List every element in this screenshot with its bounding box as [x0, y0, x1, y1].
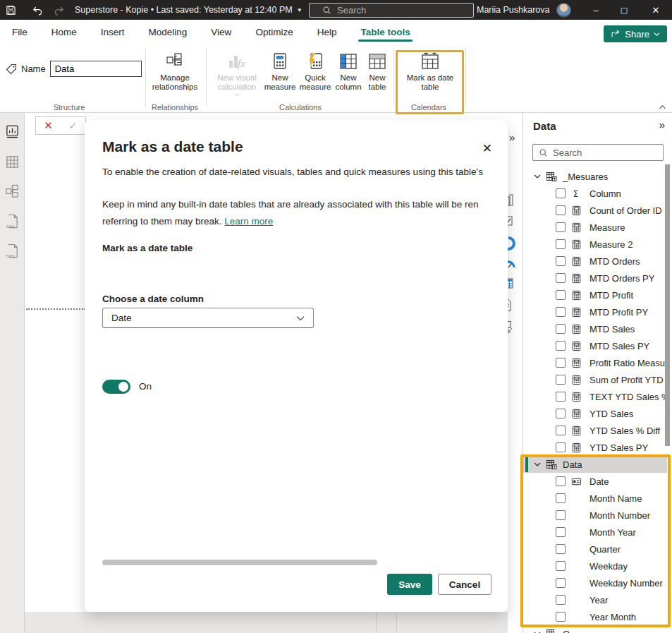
menu-modeling[interactable]: Modeling — [137, 20, 200, 44]
field-row-month-year[interactable]: Month Year — [523, 524, 667, 541]
table-row-data[interactable]: Data — [523, 456, 667, 473]
save-icon[interactable] — [0, 0, 21, 20]
field-row-ytd-sales[interactable]: YTD Sales — [523, 405, 667, 422]
dax-query-view-icon[interactable]: DAX — [0, 209, 25, 236]
field-row-weekday-number[interactable]: Weekday Number — [523, 574, 667, 591]
cancel-button[interactable]: Cancel — [438, 574, 491, 595]
field-checkbox[interactable] — [556, 358, 566, 368]
field-row-profit-ratio-measure[interactable]: Profit Ratio Measure — [523, 354, 667, 371]
undo-icon[interactable] — [27, 0, 48, 20]
stacked-bar-chart-icon[interactable] — [508, 194, 514, 207]
field-row-column[interactable]: ΣColumn — [523, 185, 667, 202]
chevron-down-icon[interactable] — [533, 460, 542, 471]
new-table-button[interactable]: New table — [362, 49, 392, 92]
field-row-month-name[interactable]: Month Name — [523, 490, 667, 507]
formula-commit-icon[interactable]: ✓ — [61, 120, 85, 131]
field-checkbox[interactable] — [556, 222, 566, 232]
field-checkbox[interactable] — [556, 578, 566, 588]
search-box[interactable]: Search — [309, 3, 474, 18]
table-row-o[interactable]: O — [523, 625, 667, 633]
field-checkbox[interactable] — [556, 409, 566, 418]
field-checkbox[interactable] — [556, 476, 566, 486]
field-row-mtd-orders-py[interactable]: MTD Orders PY — [523, 270, 667, 287]
new-measure-button[interactable]: New measure — [262, 49, 298, 92]
menu-optimize[interactable]: Optimize — [243, 20, 305, 44]
table-row--mesuares[interactable]: _Mesuares — [523, 168, 667, 185]
dialog-horizontal-scrollbar[interactable] — [102, 560, 377, 565]
table-view-icon[interactable] — [0, 148, 25, 175]
expand-pane-icon[interactable]: » — [509, 131, 515, 143]
menu-home[interactable]: Home — [39, 20, 89, 44]
field-checkbox[interactable] — [556, 442, 566, 452]
field-row-mtd-sales[interactable]: MTD Sales — [523, 320, 667, 337]
collapse-data-pane-icon[interactable]: » — [659, 119, 665, 131]
field-checkbox[interactable] — [556, 527, 566, 537]
field-row-ytd-sales-diff[interactable]: YTD Sales % Diff — [523, 422, 667, 439]
field-row-ytd-sales-py[interactable]: YTD Sales PY — [523, 439, 667, 456]
field-row-sum-of-profit-ytd[interactable]: Sum of Profit YTD — [523, 371, 667, 388]
field-checkbox[interactable] — [556, 426, 566, 435]
field-checkbox[interactable] — [556, 188, 566, 198]
field-checkbox[interactable] — [556, 239, 566, 249]
model-view-icon[interactable] — [0, 178, 25, 205]
field-checkbox[interactable] — [556, 544, 566, 554]
collapse-ribbon-icon[interactable] — [659, 102, 666, 112]
report-view-icon[interactable] — [0, 119, 25, 145]
field-row-count-of-order-id-[interactable]: Count of Order ID ... — [523, 202, 667, 219]
field-row-month-number[interactable]: Month Number — [523, 507, 667, 524]
field-row-date[interactable]: Date — [523, 473, 667, 490]
minimize-button[interactable]: – — [582, 0, 610, 20]
field-checkbox[interactable] — [556, 510, 566, 520]
field-checkbox[interactable] — [556, 273, 566, 283]
menu-table-tools[interactable]: Table tools — [348, 20, 422, 44]
field-row-mtd-orders[interactable]: MTD Orders — [523, 253, 667, 270]
learn-more-link[interactable]: Learn more — [224, 216, 273, 227]
data-search-box[interactable]: Search — [532, 144, 664, 161]
field-checkbox[interactable] — [556, 290, 566, 300]
document-title[interactable]: Superstore - Kopie • Last saved: Yesterd… — [75, 5, 293, 15]
paginated-report-icon[interactable] — [508, 299, 513, 312]
gauge-chart-icon[interactable] — [508, 259, 515, 269]
field-checkbox[interactable] — [556, 307, 566, 317]
field-row-measure-2[interactable]: Measure 2 — [523, 236, 667, 253]
date-column-dropdown[interactable]: Date — [102, 308, 314, 328]
field-checkbox[interactable] — [556, 561, 566, 571]
account-area[interactable]: Mariia Pushkarova — [477, 0, 571, 20]
menu-view[interactable]: View — [199, 20, 243, 44]
field-checkbox[interactable] — [556, 392, 566, 402]
field-checkbox[interactable] — [556, 493, 566, 503]
field-checkbox[interactable] — [556, 341, 566, 351]
table-visual-icon[interactable] — [508, 277, 514, 290]
mark-as-date-table-button[interactable]: Mark as date table — [403, 49, 457, 92]
field-row-measure[interactable]: Measure — [523, 219, 667, 236]
field-row-mtd-sales-py[interactable]: MTD Sales PY — [523, 337, 667, 354]
close-button[interactable]: ✕ — [642, 0, 670, 20]
field-row-year[interactable]: Year — [523, 591, 667, 608]
quick-measure-button[interactable]: Quick measure — [298, 49, 333, 92]
share-button[interactable]: Share — [604, 25, 667, 42]
field-row-year-month[interactable]: Year Month — [523, 608, 667, 625]
formula-discard-icon[interactable]: ✕ — [36, 119, 61, 132]
tmdl-view-icon[interactable]: TMDL — [0, 239, 25, 265]
field-checkbox[interactable] — [556, 256, 566, 266]
chevron-down-icon[interactable] — [533, 172, 542, 183]
field-row-mtd-profit[interactable]: MTD Profit — [523, 287, 667, 303]
chevron-down-icon[interactable] — [533, 629, 542, 633]
table-name-input[interactable] — [50, 61, 142, 77]
save-button[interactable]: Save — [387, 574, 432, 595]
title-dropdown-icon[interactable]: ▼ — [297, 7, 303, 13]
menu-file[interactable]: File — [0, 20, 39, 44]
new-column-button[interactable]: New column — [331, 49, 365, 92]
field-checkbox[interactable] — [556, 324, 566, 334]
donut-chart-icon[interactable] — [508, 236, 515, 251]
field-row-text-ytd-sales-[interactable]: TEXT YTD Sales % ... — [523, 388, 667, 405]
filter-funnel-icon[interactable] — [508, 320, 514, 334]
field-row-weekday[interactable]: Weekday — [523, 557, 667, 574]
dialog-close-icon[interactable]: ✕ — [482, 141, 492, 156]
field-checkbox[interactable] — [556, 595, 566, 605]
manage-relationships-button[interactable]: Manage relationships — [149, 49, 200, 92]
field-checkbox[interactable] — [556, 612, 566, 622]
maximize-button[interactable]: ▢ — [610, 0, 638, 20]
field-checkbox[interactable] — [556, 375, 566, 385]
field-row-mtd-profit-py[interactable]: MTD Profit PY — [523, 303, 667, 320]
